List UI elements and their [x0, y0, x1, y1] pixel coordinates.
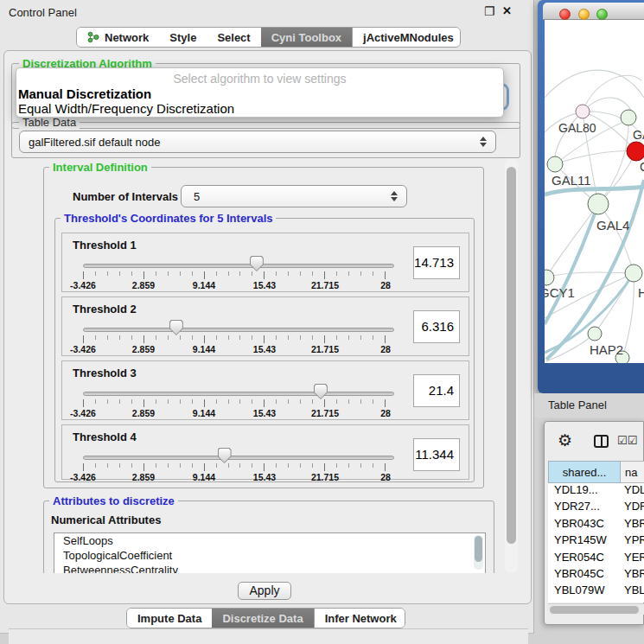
interval-definition-group: Interval Definition Number of Intervals … — [43, 167, 484, 488]
threshold-label: Threshold 3 — [73, 367, 137, 379]
window-title: Control Panel — [9, 6, 77, 19]
threshold-label: Threshold 4 — [73, 430, 137, 443]
settings-viewport: Interval Definition Number of Intervals … — [11, 158, 502, 573]
algorithm-option-manual[interactable]: Manual Discretization — [16, 86, 503, 101]
network-canvas[interactable]: GAL80 GA GAL11 GAL4 GCY1 H HAP2 C — [545, 20, 644, 363]
slider-thumb[interactable] — [169, 320, 183, 335]
group-title-attributes: Attributes to discretize — [49, 494, 178, 507]
panel-scrollbar[interactable] — [505, 158, 518, 573]
group-title-table-data: Table Data — [19, 116, 80, 129]
list-item[interactable]: BetweennessCentrality — [54, 563, 485, 573]
algorithm-placeholder-item[interactable]: Select algorithm to view settings — [16, 68, 503, 86]
node-label-gal11: GAL11 — [552, 173, 591, 188]
table-row[interactable]: YLR345WYLR3 — [548, 601, 644, 603]
threshold-value-field[interactable]: 14.713 — [413, 246, 460, 279]
table-panel-title: Table Panel — [548, 399, 607, 411]
threshold-value-field[interactable]: 6.316 — [413, 310, 460, 343]
slider-ticks: -3.426 2.859 9.144 15.43 21.715 28 — [83, 271, 386, 290]
tab-impute-data[interactable]: Impute Data — [127, 609, 212, 628]
table-row[interactable]: YBR043CYBR0 — [548, 517, 644, 533]
control-panel-window: Control Panel ❐ ✕ Network Style Select C… — [0, 0, 534, 634]
node-label-partial: GA — [633, 128, 644, 142]
slider-thumb[interactable] — [250, 256, 264, 271]
table-data-value: galFiltered.sif default node — [29, 136, 160, 149]
top-tab-bar: Network Style Select Cyni Toolbox jActiv… — [76, 27, 461, 48]
zoom-traffic-light-icon[interactable] — [596, 9, 608, 20]
close-traffic-light-icon[interactable] — [559, 9, 571, 20]
bottom-tab-bar: Impute Data Discretize Data Infer Networ… — [126, 608, 405, 628]
apply-button[interactable]: Apply — [238, 582, 291, 600]
threshold-label: Threshold 2 — [73, 303, 137, 316]
node-label-gal4: GAL4 — [596, 218, 629, 233]
table-horizontal-scrollbar[interactable] — [548, 603, 644, 615]
slider-thumb[interactable] — [314, 384, 328, 399]
gear-icon[interactable]: ⚙ — [558, 430, 572, 450]
apply-row — [9, 628, 528, 644]
threshold-row: Threshold 3 -3.426 2.859 9.144 15.43 21.… — [61, 360, 469, 420]
list-item[interactable]: TopologicalCoefficient — [54, 548, 485, 563]
node-label-hap2: HAP2 — [590, 342, 623, 357]
minimize-traffic-light-icon[interactable] — [578, 9, 590, 20]
tab-discretize-data[interactable]: Discretize Data — [212, 609, 313, 628]
table-row[interactable]: YDR27...YDR2 — [548, 500, 644, 516]
group-title-interval-definition: Interval Definition — [49, 161, 151, 174]
cyni-toolbox-panel: Discretization Algorithm Select algorith… — [3, 50, 532, 604]
tab-label: Network — [105, 31, 149, 44]
table-row[interactable]: YBL079WYBL0 — [548, 583, 644, 600]
combo-arrows-icon — [391, 191, 399, 201]
column-header-shared[interactable]: shared... — [548, 461, 621, 483]
attributes-group: Attributes to discretize Numerical Attri… — [43, 501, 494, 573]
number-of-intervals-label: Number of Intervals — [73, 190, 178, 203]
number-of-intervals-combobox[interactable]: 5 — [181, 185, 407, 207]
node-label-gcy1: GCY1 — [545, 285, 575, 300]
table-row[interactable]: YPR145WYPR1 — [548, 533, 644, 550]
tab-style[interactable]: Style — [159, 28, 207, 47]
number-of-intervals-value: 5 — [194, 190, 200, 203]
network-node — [576, 105, 590, 118]
group-title-thresholds: Threshold's Coordinates for 5 Intervals — [61, 212, 276, 225]
threshold-row: Threshold 4 -3.426 2.859 9.144 15.43 21.… — [61, 424, 469, 480]
combo-arrows-icon — [480, 137, 488, 147]
tab-network[interactable]: Network — [77, 28, 159, 47]
selected-network-node — [627, 142, 644, 161]
tab-cyni-toolbox[interactable]: Cyni Toolbox — [261, 28, 352, 47]
slider-ticks: -3.426 2.859 9.144 15.43 21.715 28 — [83, 399, 386, 418]
threshold-value-field[interactable]: 11.344 — [413, 438, 460, 471]
table-row[interactable]: YBR045CYBR0 — [548, 567, 644, 583]
tab-select[interactable]: Select — [207, 28, 260, 47]
node-table[interactable]: YDL19...YDL1 YDR27...YDR2 YBR043CYBR0 YP… — [548, 483, 644, 603]
thresholds-group: Threshold's Coordinates for 5 Intervals … — [54, 218, 475, 482]
node-label-partial: H — [638, 285, 644, 300]
threshold-row: Threshold 2 -3.426 2.859 9.144 15.43 21.… — [61, 296, 469, 356]
close-window-icon[interactable]: ✕ — [502, 4, 512, 17]
slider-thumb[interactable] — [218, 448, 232, 463]
algorithm-dropdown-popup: Select algorithm to view settings Manual… — [16, 67, 504, 118]
numerical-attributes-list[interactable]: SelfLoops TopologicalCoefficient Between… — [54, 532, 486, 573]
slider-ticks: -3.426 2.859 9.144 15.43 21.715 28 — [83, 335, 386, 354]
float-window-icon[interactable]: ❐ — [484, 4, 495, 18]
column-header-name[interactable]: na — [621, 461, 644, 483]
list-item[interactable]: SelfLoops — [54, 533, 485, 548]
numerical-attributes-label: Numerical Attributes — [51, 513, 161, 526]
threshold-label: Threshold 1 — [73, 239, 137, 252]
table-data-combobox[interactable]: galFiltered.sif default node — [19, 131, 496, 153]
table-row[interactable]: YER054CYER0 — [548, 551, 644, 567]
threshold-row: Threshold 1 -3.426 2.859 9.144 15.43 21.… — [61, 233, 469, 292]
slider-ticks: -3.426 2.859 9.144 15.43 21.715 28 — [83, 463, 386, 482]
algorithm-option-equal-width[interactable]: Equal Width/Frequency Discretization — [16, 101, 503, 116]
table-row[interactable]: YDL19...YDL1 — [548, 483, 644, 500]
node-label-partial: C — [640, 160, 644, 174]
network-edges — [545, 20, 644, 363]
table-data-group: Table Data galFiltered.sif default node — [11, 122, 520, 158]
list-scrollbar[interactable] — [474, 535, 483, 570]
tab-infer-network[interactable]: Infer Network — [314, 609, 405, 628]
network-window-titlebar[interactable] — [543, 3, 644, 20]
checkbox-icons[interactable]: ☑☑ — [617, 434, 637, 447]
network-icon — [87, 31, 99, 43]
split-columns-icon[interactable] — [594, 435, 609, 448]
node-label-gal80: GAL80 — [558, 121, 596, 135]
tab-jactivemnodules[interactable]: jActiveMNodules — [352, 28, 461, 47]
threshold-value-field[interactable]: 21.4 — [413, 374, 460, 407]
